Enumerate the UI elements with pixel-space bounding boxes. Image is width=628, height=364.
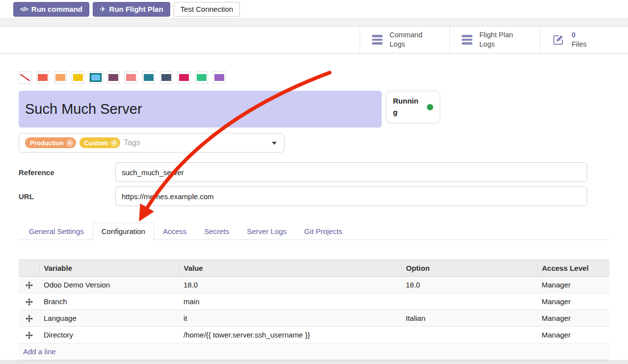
run-command-button[interactable]: </> Run command xyxy=(13,2,89,17)
option-cell[interactable]: Italian xyxy=(401,310,537,327)
option-cell[interactable] xyxy=(401,293,537,310)
tab-configuration[interactable]: Configuration xyxy=(93,223,154,240)
variable-column-header: Variable xyxy=(39,260,179,277)
add-line-row: Add a line xyxy=(19,343,609,360)
tags-placeholder: Tags xyxy=(124,138,140,147)
code-icon: </> xyxy=(20,5,28,13)
value-cell[interactable]: /home/{{ tower.server.ssh_username }} xyxy=(179,327,401,343)
value-cell[interactable]: it xyxy=(179,310,401,327)
no-color-chip xyxy=(20,74,30,81)
move-handle-icon[interactable] xyxy=(19,310,39,327)
config-row-directory: Directory/home/{{ tower.server.ssh_usern… xyxy=(19,327,609,343)
tab-secrets[interactable]: Secrets xyxy=(195,223,238,240)
move-handle-icon[interactable] xyxy=(19,277,39,293)
files-count: 0 xyxy=(572,30,587,40)
color-swatch-purple[interactable] xyxy=(213,71,226,84)
reference-input[interactable] xyxy=(115,162,587,182)
command-logs-label-line2: Logs xyxy=(390,40,422,49)
fuchsia-chip xyxy=(179,74,189,81)
color-swatch-medium-blue[interactable] xyxy=(142,71,155,84)
option-cell[interactable]: 18.0 xyxy=(401,277,537,293)
color-swatch-fuchsia[interactable] xyxy=(178,71,190,84)
files-button[interactable]: 0 Files xyxy=(540,26,628,53)
edit-pencil-square-icon xyxy=(552,33,565,46)
server-status-label: Running xyxy=(393,96,419,118)
option-column-header: Option xyxy=(401,260,537,277)
flight-plan-logs-label-line2: Logs xyxy=(479,40,513,49)
command-logs-label-line1: Command xyxy=(390,30,422,40)
tab-access[interactable]: Access xyxy=(154,223,195,240)
top-toolbar: </> Run command ✈ Run Flight Plan Test C… xyxy=(0,0,628,18)
list-icon xyxy=(462,35,472,45)
test-connection-button[interactable]: Test Connection xyxy=(174,2,240,17)
option-cell[interactable] xyxy=(401,327,537,343)
color-swatch-dark-blue[interactable] xyxy=(160,71,173,84)
status-green-dot-icon xyxy=(427,104,433,110)
value-column-header: Value xyxy=(179,260,401,277)
texture-strip xyxy=(0,18,628,26)
server-status-card: Running xyxy=(386,91,440,123)
form-sheet: Such Much Server Running Production×Cust… xyxy=(0,71,628,360)
color-swatch-yellow[interactable] xyxy=(72,71,84,84)
run-command-label: Run command xyxy=(31,5,82,13)
access-level-cell[interactable]: Manager xyxy=(537,293,609,310)
flight-plan-logs-label-line1: Flight Plan xyxy=(479,30,513,40)
color-swatch-dark-purple[interactable] xyxy=(107,71,120,84)
salmon-pink-chip xyxy=(126,74,136,81)
statusbar: Command Logs Flight Plan Logs 0 Files xyxy=(0,26,628,53)
dark-purple-chip xyxy=(108,74,118,81)
value-cell[interactable]: 18.0 xyxy=(179,277,401,293)
value-cell[interactable]: main xyxy=(179,293,401,310)
color-swatch-green[interactable] xyxy=(195,71,208,84)
color-swatch-orange[interactable] xyxy=(54,71,67,84)
tags-field[interactable]: Production×Custom× Tags xyxy=(19,133,285,153)
url-label: URL xyxy=(19,192,115,201)
bottom-strip xyxy=(0,360,628,364)
red-chip xyxy=(38,74,48,81)
color-swatch-no-color[interactable] xyxy=(19,71,31,84)
tag-pill-custom: Custom× xyxy=(79,137,120,148)
tag-label: Custom xyxy=(84,139,108,147)
x-circle-icon[interactable]: × xyxy=(110,139,118,147)
add-a-line-link[interactable]: Add a line xyxy=(23,347,56,356)
tag-pill-production: Production× xyxy=(25,137,76,148)
config-row-odoo-demo-version: Odoo Demo Version18.018.0Manager xyxy=(19,277,609,293)
tab-server-logs[interactable]: Server Logs xyxy=(238,223,295,240)
access-level-cell[interactable]: Manager xyxy=(537,327,609,343)
variable-cell[interactable]: Language xyxy=(39,310,179,327)
yellow-chip xyxy=(73,74,83,81)
light-blue-chip xyxy=(91,75,100,80)
green-chip xyxy=(197,74,207,81)
configuration-table: Variable Value Option Access Level Odoo … xyxy=(19,260,609,360)
flight-plan-logs-button[interactable]: Flight Plan Logs xyxy=(449,26,540,53)
color-swatch-salmon-pink[interactable] xyxy=(125,71,137,84)
run-flight-plan-label: Run Flight Plan xyxy=(109,5,163,13)
color-palette xyxy=(19,71,609,84)
variable-cell[interactable]: Odoo Demo Version xyxy=(39,277,179,293)
move-handle-icon[interactable] xyxy=(19,293,39,310)
variable-cell[interactable]: Branch xyxy=(39,293,179,310)
files-label: Files xyxy=(572,40,587,49)
handle-column-header xyxy=(19,260,39,277)
config-row-language: LanguageitItalianManager xyxy=(19,310,609,327)
url-input[interactable] xyxy=(115,186,587,206)
notebook-tabs: General SettingsConfigurationAccessSecre… xyxy=(19,223,609,240)
variable-cell[interactable]: Directory xyxy=(39,327,179,343)
plane-icon: ✈ xyxy=(100,5,106,13)
move-handle-icon[interactable] xyxy=(19,327,39,343)
server-name-field[interactable]: Such Much Server xyxy=(19,91,382,128)
color-swatch-light-blue[interactable] xyxy=(89,71,102,84)
server-name-text: Such Much Server xyxy=(25,101,142,117)
x-circle-icon[interactable]: × xyxy=(66,139,74,147)
command-logs-button[interactable]: Command Logs xyxy=(360,26,449,53)
orange-chip xyxy=(55,74,65,81)
color-swatch-red[interactable] xyxy=(36,71,49,84)
medium-blue-chip xyxy=(144,74,154,81)
access-level-cell[interactable]: Manager xyxy=(537,310,609,327)
tag-pill-list: Production×Custom× xyxy=(25,137,120,148)
run-flight-plan-button[interactable]: ✈ Run Flight Plan xyxy=(93,2,170,17)
chevron-down-icon[interactable] xyxy=(272,142,277,145)
tab-general-settings[interactable]: General Settings xyxy=(20,223,93,240)
tab-git-projects[interactable]: Git Projects xyxy=(295,223,351,240)
access-level-cell[interactable]: Manager xyxy=(537,277,609,293)
